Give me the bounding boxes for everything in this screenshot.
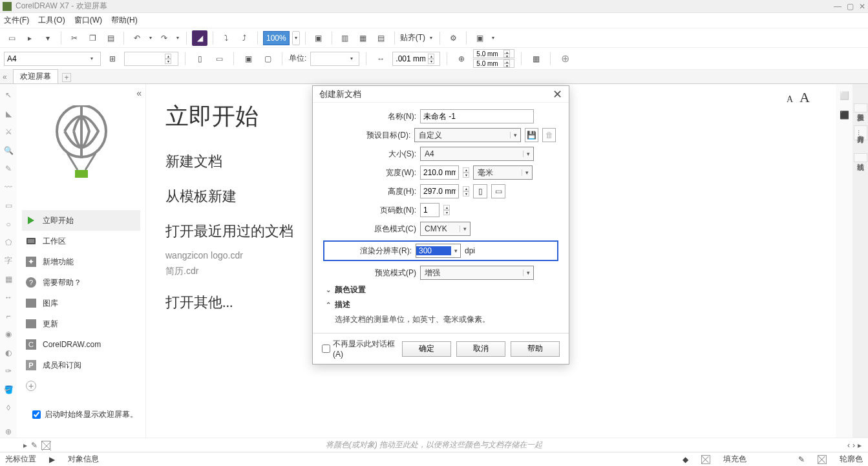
width-input[interactable] [420, 165, 459, 180]
sidebar-item-2[interactable]: ✦新增功能 [22, 251, 140, 272]
preview-combo[interactable]: 增强▾ [420, 266, 534, 280]
width-combo[interactable]: ▴▾ [124, 52, 178, 66]
help-button[interactable]: 帮助 [511, 341, 560, 357]
ok-button[interactable]: 确定 [402, 341, 451, 357]
pick-tool-icon[interactable]: ↖ [2, 89, 15, 101]
color-black-icon[interactable]: ⬛ [838, 109, 851, 122]
collapse-icon[interactable]: « [136, 88, 142, 98]
unit-input[interactable] [311, 52, 347, 65]
docker-align[interactable]: 对齐与分布... [854, 125, 867, 140]
redo-drop-icon[interactable]: ▾ [175, 30, 181, 46]
ellipse-tool-icon[interactable]: ○ [2, 218, 15, 229]
dialog-close-button[interactable]: ✕ [553, 87, 562, 101]
snap-label[interactable]: 贴齐(T) [400, 32, 425, 43]
nudge-input[interactable] [393, 52, 428, 65]
add-plus-icon[interactable]: ⊕ [557, 51, 573, 67]
show-on-startup-checkbox[interactable]: 启动时始终显示欢迎屏幕。 [22, 409, 140, 420]
docker-guidelines[interactable]: 辅助线 [854, 153, 867, 162]
portrait-icon[interactable]: ▯ [192, 51, 207, 67]
status-play-icon[interactable]: ▶ [49, 455, 55, 464]
sidebar-item-0[interactable]: 立即开始 [22, 210, 140, 231]
palette-eyedrop-icon[interactable]: ✎ [31, 441, 37, 450]
shape-tool-icon[interactable]: ◣ [2, 107, 15, 119]
palette-menu-icon[interactable]: ▸ [858, 441, 862, 450]
save-icon[interactable]: ▾ [40, 30, 56, 46]
dup-y-combo[interactable]: ▴▾ [473, 59, 514, 68]
app-launcher-icon[interactable]: ▣ [472, 30, 487, 46]
sidebar-add[interactable]: + [22, 376, 140, 396]
zoom-drop-icon[interactable]: ▾ [292, 31, 300, 45]
export-icon[interactable]: ⤴ [237, 30, 252, 46]
dup-x-spinner[interactable]: ▴▾ [503, 50, 510, 58]
tab-welcome[interactable]: 欢迎屏幕 [13, 69, 58, 83]
docker-step-repeat[interactable]: 步长和重复 [854, 103, 867, 112]
polygon-tool-icon[interactable]: ⬠ [2, 237, 15, 248]
effects-tool-icon[interactable]: ◉ [2, 328, 15, 340]
menu-window[interactable]: 窗口(W) [74, 15, 102, 26]
launch-icon[interactable]: ◢ [192, 30, 207, 46]
treat-as-filled-icon[interactable]: ▦ [528, 51, 544, 67]
sidebar-item-5[interactable]: 更新 [22, 313, 140, 334]
freehand-tool-icon[interactable]: ✎ [2, 163, 15, 175]
preset-combo[interactable]: 自定义▾ [414, 128, 521, 142]
fill-swatch[interactable] [701, 455, 710, 464]
palette-scroll-right-icon[interactable]: › [852, 441, 855, 450]
dup-y-spinner[interactable]: ▴▾ [503, 59, 510, 67]
portrait-button[interactable]: ▯ [473, 184, 487, 198]
crop-tool-icon[interactable]: ⚔ [2, 126, 15, 138]
dup-x-input[interactable] [474, 50, 503, 58]
size-combo[interactable]: A4▾ [420, 147, 534, 161]
sidebar-item-3[interactable]: ?需要帮助？ [22, 272, 140, 293]
paste-icon[interactable]: ▤ [103, 30, 118, 46]
width-unit-combo[interactable]: 毫米▾ [473, 165, 533, 180]
color-swatch-icon[interactable]: ⬜ [838, 89, 851, 102]
palette-noswatch[interactable] [41, 441, 50, 450]
pages-input[interactable] [420, 203, 439, 217]
dup-x-combo[interactable]: ▴▾ [473, 49, 514, 58]
page-size-combo[interactable]: ▾ [4, 52, 101, 66]
description-section[interactable]: ⌃描述 [326, 299, 556, 310]
text-tool-icon[interactable]: 字 [2, 255, 15, 266]
width-spinner[interactable]: ▴▾ [165, 54, 171, 64]
page-size-input[interactable] [5, 52, 87, 65]
outline-tool-icon[interactable]: ◊ [2, 402, 15, 414]
all-pages-icon[interactable]: ▣ [240, 51, 256, 67]
options-icon[interactable]: ⚙ [445, 30, 461, 46]
fill-tool-icon[interactable]: 🪣 [2, 384, 15, 396]
sidebar-item-7[interactable]: P成员和订阅 [22, 355, 140, 376]
zoom-tool-icon[interactable]: 🔍 [2, 144, 15, 156]
dimension-tool-icon[interactable]: ↔ [2, 291, 15, 303]
unit-combo[interactable]: ▾ [310, 52, 359, 66]
nudge-spinner[interactable]: ▴▾ [428, 54, 434, 64]
chevron-down-icon[interactable]: ▾ [87, 56, 96, 61]
redo-icon[interactable]: ↷ [156, 30, 172, 46]
open-icon[interactable]: ▸ [22, 30, 37, 46]
landscape-icon[interactable]: ▭ [211, 51, 227, 67]
palette-play-icon[interactable]: ▸ [23, 441, 27, 450]
nudge-combo[interactable]: ▴▾ [392, 52, 440, 66]
maximize-button[interactable]: ▢ [847, 2, 854, 11]
show-on-startup-input[interactable] [32, 410, 41, 419]
landscape-button[interactable]: ▭ [491, 184, 505, 198]
name-input[interactable] [420, 109, 534, 123]
sidebar-item-1[interactable]: 工作区 [22, 231, 140, 251]
app-drop-icon[interactable]: ▾ [490, 30, 496, 46]
width-spinner[interactable]: ▴▾ [463, 167, 469, 178]
resolution-combo[interactable]: 300▾ [416, 244, 461, 258]
undo-drop-icon[interactable]: ▾ [147, 30, 154, 46]
chevron-down-icon[interactable]: ▾ [347, 56, 356, 61]
transparency-tool-icon[interactable]: ◐ [2, 347, 15, 359]
tab-scroll-left-icon[interactable]: « [3, 72, 7, 81]
snap-grid-icon[interactable]: ▦ [355, 30, 371, 46]
menu-file[interactable]: 文件(F) [4, 15, 29, 26]
tab-add-button[interactable]: + [62, 73, 71, 82]
menu-help[interactable]: 帮助(H) [111, 15, 138, 26]
snap-drop-icon[interactable]: ▾ [428, 30, 434, 46]
outline-swatch[interactable] [818, 455, 827, 464]
delete-preset-button[interactable]: 🗑 [542, 128, 556, 142]
import-icon[interactable]: ⤵ [218, 30, 234, 46]
zoom-combo[interactable]: 100% [263, 31, 290, 45]
height-spinner[interactable]: ▴▾ [463, 186, 469, 196]
current-page-icon[interactable]: ▢ [260, 51, 275, 67]
snap-guide-icon[interactable]: ▤ [374, 30, 389, 46]
